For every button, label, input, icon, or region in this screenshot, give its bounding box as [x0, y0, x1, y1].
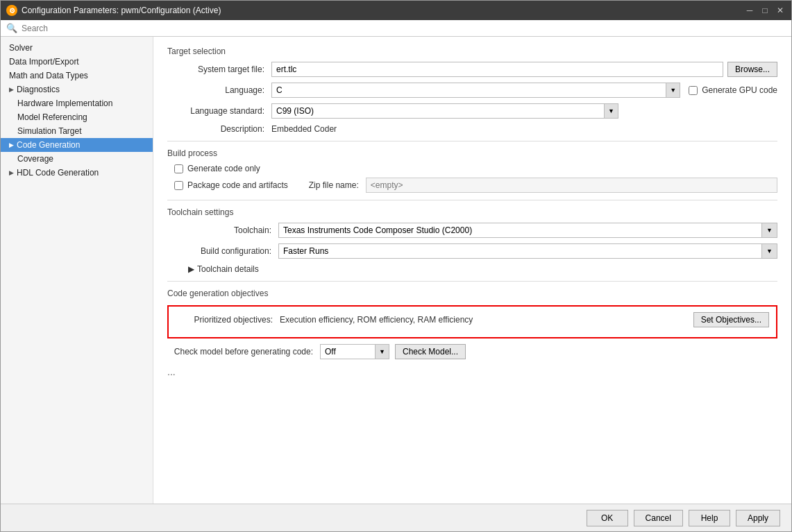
sidebar-item-coverage[interactable]: Coverage: [1, 152, 153, 166]
search-input[interactable]: [22, 24, 786, 33]
language-row: Language: ▼ Generate GPU code: [167, 83, 777, 98]
toolchain-details-row[interactable]: ▶ Toolchain details: [167, 264, 777, 274]
sidebar-item-label: Coverage: [17, 154, 53, 164]
sidebar-item-code-generation[interactable]: Code Generation: [1, 138, 153, 152]
sidebar-item-label: Data Import/Export: [9, 57, 79, 67]
search-bar: 🔍: [1, 20, 791, 37]
sidebar-item-label: Diagnostics: [17, 85, 60, 94]
main-content: Solver Data Import/Export Math and Data …: [1, 37, 791, 504]
language-standard-label: Language standard:: [167, 106, 271, 116]
sidebar: Solver Data Import/Export Math and Data …: [1, 37, 153, 504]
build-config-row: Build configuration: ▼: [167, 243, 777, 259]
toolchain-select-wrap: ▼: [278, 223, 777, 238]
app-icon: ⚙: [6, 5, 17, 16]
check-model-row: Check model before generating code: ▼ Ch…: [167, 344, 777, 359]
check-model-button[interactable]: Check Model...: [395, 344, 466, 359]
apply-button[interactable]: Apply: [736, 510, 780, 526]
sidebar-item-math-data-types[interactable]: Math and Data Types: [1, 69, 153, 83]
sidebar-item-label: Code Generation: [17, 140, 80, 150]
toolchain-input[interactable]: [278, 223, 762, 238]
package-code-checkbox[interactable]: [174, 181, 183, 190]
check-model-select-wrap: ▼ Check Model...: [320, 344, 777, 359]
sidebar-item-data-import-export[interactable]: Data Import/Export: [1, 55, 153, 69]
system-target-label: System target file:: [167, 65, 271, 74]
toolchain-details-arrow: ▶: [188, 264, 194, 274]
package-code-row: Package code and artifacts: [174, 180, 288, 190]
zip-input[interactable]: [366, 178, 777, 193]
maximize-button[interactable]: □: [759, 5, 770, 16]
language-standard-dropdown-arrow[interactable]: ▼: [605, 103, 618, 119]
window-title: Configuration Parameters: pwm/Configurat…: [22, 6, 221, 15]
language-standard-select-wrap: ▼: [271, 103, 618, 119]
system-target-control: Browse...: [271, 62, 777, 77]
toolchain-details-label: Toolchain details: [197, 264, 259, 274]
prioritized-objectives-label: Prioritized objectives:: [176, 315, 280, 325]
divider-3: [167, 281, 777, 282]
title-controls: ─ □ ✕: [744, 5, 786, 16]
close-button[interactable]: ✕: [775, 5, 786, 16]
prioritized-objectives-value: Execution efficiency, ROM efficiency, RA…: [280, 315, 686, 325]
language-select-wrap: ▼: [271, 83, 680, 98]
description-value: Embedded Coder: [271, 124, 337, 134]
toolchain-section: Toolchain settings Toolchain: ▼ Build co…: [167, 207, 777, 274]
language-dropdown-arrow[interactable]: ▼: [666, 83, 680, 98]
set-objectives-button[interactable]: Set Objectives...: [693, 312, 769, 327]
browse-button[interactable]: Browse...: [727, 62, 777, 77]
sidebar-item-label: HDL Code Generation: [17, 168, 99, 178]
zip-file-label: Zip file name:: [309, 180, 359, 190]
sidebar-item-solver[interactable]: Solver: [1, 41, 153, 55]
title-bar-left: ⚙ Configuration Parameters: pwm/Configur…: [6, 5, 221, 16]
language-input[interactable]: [271, 83, 666, 98]
search-icon: 🔍: [6, 23, 17, 33]
build-config-input[interactable]: [278, 243, 762, 259]
code-gen-objectives-title: Code generation objectives: [167, 289, 777, 298]
help-button[interactable]: Help: [689, 510, 730, 526]
language-standard-input[interactable]: [271, 103, 605, 119]
generate-code-only-checkbox[interactable]: [174, 164, 183, 173]
gpu-label: Generate GPU code: [702, 85, 777, 95]
dots: ...: [167, 366, 777, 377]
language-control: ▼ Generate GPU code: [271, 83, 777, 98]
sidebar-item-hardware-impl[interactable]: Hardware Implementation: [1, 96, 153, 110]
cancel-button[interactable]: Cancel: [634, 510, 683, 526]
sidebar-item-hdl-code-generation[interactable]: HDL Code Generation: [1, 166, 153, 180]
build-config-select-wrap: ▼: [278, 243, 777, 259]
content-area: Target selection System target file: Bro…: [153, 37, 791, 504]
gpu-checkbox-row: Generate GPU code: [689, 85, 777, 95]
description-label: Description:: [167, 124, 271, 134]
objectives-section: Prioritized objectives: Execution effici…: [167, 305, 777, 338]
sidebar-item-label: Simulation Target: [17, 126, 82, 136]
build-config-label: Build configuration:: [167, 246, 278, 256]
description-row: Description: Embedded Coder: [167, 124, 777, 134]
ok-button[interactable]: OK: [587, 510, 628, 526]
build-config-dropdown-arrow[interactable]: ▼: [762, 243, 777, 259]
generate-code-only-row: Generate code only: [174, 164, 777, 173]
generate-gpu-checkbox[interactable]: [689, 86, 698, 95]
sidebar-item-label: Math and Data Types: [9, 71, 88, 80]
language-label: Language:: [167, 85, 271, 95]
sidebar-item-simulation-target[interactable]: Simulation Target: [1, 124, 153, 138]
build-process-header: Build process: [167, 148, 777, 158]
build-checks: Generate code only Package code and arti…: [167, 164, 777, 193]
prioritized-objectives-row: Prioritized objectives: Execution effici…: [176, 312, 769, 327]
system-target-row: System target file: Browse...: [167, 62, 777, 77]
language-standard-control: ▼: [271, 103, 777, 119]
toolchain-settings-title: Toolchain settings: [167, 207, 777, 217]
check-model-dropdown-arrow[interactable]: ▼: [376, 344, 389, 359]
footer: OK Cancel Help Apply: [1, 504, 791, 531]
toolchain-row: Toolchain: ▼: [167, 223, 777, 238]
sidebar-item-diagnostics[interactable]: Diagnostics: [1, 83, 153, 96]
package-code-label: Package code and artifacts: [187, 180, 288, 190]
sidebar-item-model-referencing[interactable]: Model Referencing: [1, 110, 153, 124]
sidebar-item-label: Hardware Implementation: [17, 98, 112, 108]
minimize-button[interactable]: ─: [744, 5, 755, 16]
system-target-input[interactable]: [271, 62, 723, 77]
sidebar-item-label: Model Referencing: [17, 112, 87, 122]
sidebar-item-label: Solver: [9, 43, 33, 53]
check-model-input[interactable]: [320, 344, 376, 359]
divider-1: [167, 141, 777, 141]
generate-code-only-label: Generate code only: [187, 164, 260, 173]
toolchain-label: Toolchain:: [167, 225, 278, 235]
main-window: ⚙ Configuration Parameters: pwm/Configur…: [0, 0, 792, 532]
toolchain-dropdown-arrow[interactable]: ▼: [762, 223, 777, 238]
